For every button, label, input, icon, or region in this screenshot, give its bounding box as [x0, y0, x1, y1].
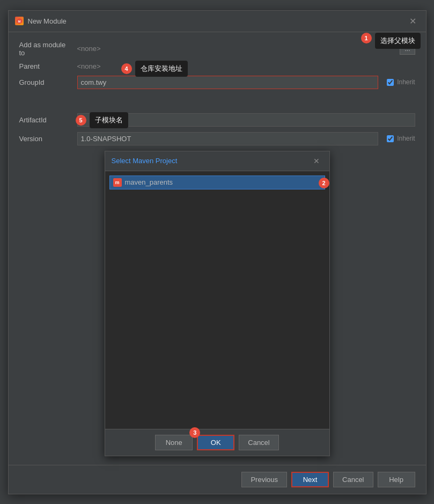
ok-button[interactable]: OK — [197, 435, 234, 450]
maven-item-icon: m — [113, 178, 122, 187]
inner-modal-titlebar: Select Maven Project ✕ — [105, 151, 329, 171]
maven-item-wrapper: m maven_parents 2 — [109, 176, 325, 189]
maven-item-label: maven_parents — [125, 178, 173, 186]
annotation-1-group: 1 选择父模块 — [361, 33, 421, 49]
groupid-label: GroupId — [19, 78, 73, 86]
inner-modal-title: Select Maven Project — [112, 157, 178, 165]
parent-row: Parent <none> 1 选择父模块 — [19, 62, 415, 70]
artifactid-row-wrapper: 5 子模块名 ArtifactId — [19, 113, 415, 127]
inherit-checkbox[interactable] — [387, 79, 394, 86]
groupid-row-wrapper: 4 仓库安装地址 GroupId Inherit — [19, 76, 415, 89]
inner-modal-body: m maven_parents 2 — [105, 171, 329, 429]
version-inherit-label: Inherit — [397, 135, 415, 142]
groupid-input[interactable] — [77, 76, 379, 89]
badge-3-wrap: 3 — [189, 427, 200, 438]
annotation-5-group: 5 子模块名 — [76, 112, 128, 128]
help-button[interactable]: Help — [378, 472, 415, 487]
add-as-module-value: <none> — [77, 45, 396, 53]
svg-text:M: M — [18, 20, 20, 23]
title-bar-left: M New Module — [15, 17, 67, 25]
groupid-row: GroupId Inherit — [19, 76, 415, 89]
ok-button-wrap: OK 3 — [197, 435, 234, 450]
maven-item[interactable]: m maven_parents — [109, 176, 325, 189]
badge-4: 4 — [121, 63, 132, 74]
add-as-module-label: Add as module to — [19, 41, 73, 57]
app-icon: M — [15, 17, 24, 25]
title-bar: M New Module ✕ — [9, 11, 426, 32]
annotation-4-group: 4 仓库安装地址 — [121, 61, 188, 77]
tooltip-1: 选择父模块 — [375, 33, 421, 49]
main-dialog: M New Module ✕ Add as module to <none> .… — [8, 10, 426, 494]
tooltip-4: 仓库安装地址 — [135, 61, 188, 77]
none-button[interactable]: None — [155, 435, 193, 450]
parent-label: Parent — [19, 62, 73, 70]
select-maven-dialog: Select Maven Project ✕ m maven_parents 2 — [105, 151, 330, 456]
inner-modal-footer: None OK 3 Cancel — [105, 429, 329, 456]
badge-1: 1 — [361, 33, 372, 43]
add-as-module-row: Add as module to <none> ... — [19, 41, 415, 57]
version-row: Version Inherit — [19, 132, 415, 145]
badge-2-wrap: 2 — [319, 178, 329, 188]
dialog-body: Add as module to <none> ... Parent <none… — [9, 32, 426, 465]
window-close-button[interactable]: ✕ — [406, 15, 420, 27]
version-inherit-checkbox[interactable] — [387, 135, 394, 142]
badge-3: 3 — [189, 427, 200, 438]
inherit-label: Inherit — [397, 78, 415, 86]
cancel-button[interactable]: Cancel — [333, 472, 373, 487]
badge-2: 2 — [319, 178, 329, 188]
previous-button[interactable]: Previous — [241, 472, 287, 487]
maven-icon-letter: m — [115, 180, 119, 185]
artifactid-label: ArtifactId — [19, 116, 73, 124]
window-title: New Module — [28, 17, 67, 25]
dialog-footer: Previous Next Cancel Help — [9, 465, 426, 494]
cancel-inner-button[interactable]: Cancel — [239, 435, 278, 450]
version-input[interactable] — [77, 132, 379, 145]
inner-modal-close-button[interactable]: ✕ — [310, 156, 323, 166]
next-button[interactable]: Next — [291, 472, 329, 487]
tooltip-5: 子模块名 — [90, 112, 128, 128]
badge-5: 5 — [76, 115, 86, 126]
version-label: Version — [19, 135, 73, 143]
